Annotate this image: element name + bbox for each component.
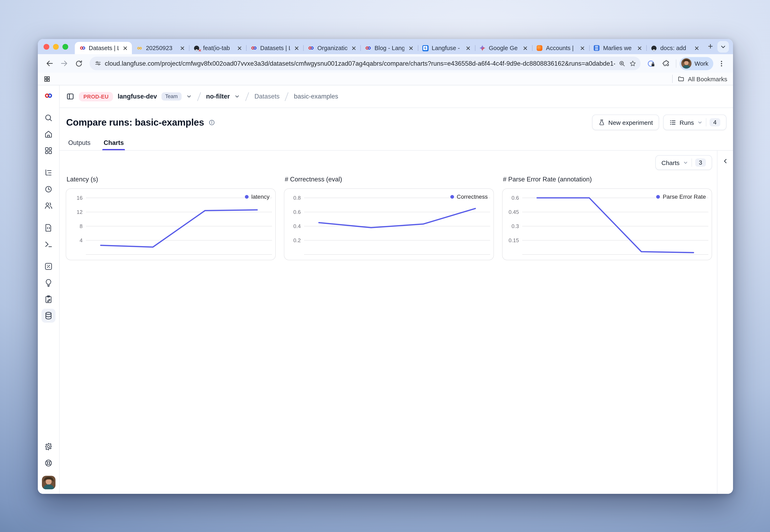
langfuse-icon	[79, 45, 86, 52]
org-plan-badge: Team	[161, 92, 181, 101]
back-button[interactable]	[43, 57, 56, 70]
folder-icon	[678, 75, 685, 82]
browser-tab[interactable]: ✕feat(io-tab✕	[189, 42, 246, 54]
reload-button[interactable]	[72, 57, 85, 70]
browser-tab[interactable]: docs: add✕	[646, 42, 703, 54]
tab-close-icon[interactable]: ✕	[693, 45, 701, 52]
sidebar-item-annotation[interactable]	[41, 292, 55, 306]
chart-correctness: # Correctness (eval) 0.20.40.60.8 Correc…	[284, 176, 494, 260]
sidebar-item-sessions[interactable]	[41, 182, 55, 196]
apps-grid-icon[interactable]	[44, 75, 50, 82]
tab-close-icon[interactable]: ✕	[407, 45, 415, 52]
sidebar-item-settings[interactable]	[41, 440, 55, 454]
browser-tab[interactable]: Datasets | L✕	[246, 42, 304, 54]
panel-left-toggle-icon[interactable]	[66, 92, 74, 101]
legend-dot-icon	[245, 195, 248, 198]
close-window-button[interactable]	[44, 44, 49, 49]
chevron-down-icon[interactable]	[186, 94, 192, 99]
tab-close-icon[interactable]: ✕	[579, 45, 586, 52]
tab-close-icon[interactable]: ✕	[236, 45, 243, 52]
docs-icon	[593, 45, 600, 52]
flask-icon	[598, 119, 605, 126]
chart-card[interactable]: 0.20.40.60.8 Correctness	[284, 188, 494, 260]
tab-close-icon[interactable]: ✕	[636, 45, 644, 52]
collapse-panel-icon[interactable]	[722, 158, 728, 164]
zoom-level-icon[interactable]	[619, 60, 626, 67]
tab-list: Datasets | L✕∞20250923✕✕feat(io-tab✕Data…	[75, 39, 703, 54]
sidebar-item-playground[interactable]	[41, 237, 55, 251]
breadcrumb: PROD-EU langfuse-dev Team no-filter Data…	[60, 85, 733, 108]
url-text[interactable]: cloud.langfuse.com/project/cmfwgv8fx002o…	[105, 60, 615, 67]
all-bookmarks-button[interactable]: All Bookmarks	[671, 75, 727, 83]
chart-card[interactable]: 0.150.30.450.6 Parse Error Rate	[502, 188, 712, 260]
sidebar-item-tracing[interactable]	[41, 166, 55, 180]
chart-card[interactable]: 481216 latency	[66, 188, 276, 260]
site-settings-icon[interactable]	[94, 60, 101, 67]
new-tab-button[interactable]: +	[705, 41, 716, 52]
browser-tab[interactable]: Organizatio✕	[304, 42, 361, 54]
browser-tab[interactable]: Accounts |✕	[532, 42, 589, 54]
extensions-button[interactable]	[660, 57, 673, 70]
page-tabs: Outputs Charts	[60, 137, 733, 151]
profile-chip[interactable]: Work	[680, 57, 713, 70]
sidebar-item-users[interactable]	[41, 199, 55, 213]
tab-close-icon[interactable]: ✕	[121, 45, 129, 52]
org-name[interactable]: langfuse-dev	[118, 93, 157, 100]
browser-tab[interactable]: Datasets | L✕	[75, 42, 132, 54]
browser-tab[interactable]: Marlies we✕	[589, 42, 646, 54]
forward-button[interactable]	[57, 57, 71, 70]
sidebar-item-home[interactable]	[41, 127, 55, 141]
sidebar-item-dashboards[interactable]	[41, 144, 55, 158]
browser-tab[interactable]: Google Ge✕	[475, 42, 532, 54]
colab-icon: ∞	[136, 45, 143, 52]
project-name[interactable]: no-filter	[206, 93, 230, 100]
chevron-down-icon[interactable]	[234, 94, 240, 99]
sidebar-item-datasets[interactable]	[41, 309, 55, 323]
runs-dropdown-button[interactable]: Runs 4	[663, 115, 726, 130]
password-manager-button[interactable]	[645, 57, 658, 70]
tab-close-icon[interactable]: ✕	[350, 45, 358, 52]
charts-dropdown-button[interactable]: Charts 3	[655, 155, 712, 170]
tab-close-icon[interactable]: ✕	[293, 45, 301, 52]
browser-menu-button[interactable]	[715, 57, 728, 70]
browser-tab[interactable]: 6Langfuse -✕	[418, 42, 475, 54]
sidebar-item-evaluators[interactable]	[41, 259, 55, 273]
legend-label: latency	[251, 193, 270, 200]
sidebar-item-prompts[interactable]	[41, 221, 55, 235]
svg-text:0.4: 0.4	[293, 223, 301, 229]
breadcrumb-section[interactable]: Datasets	[254, 93, 279, 100]
svg-text:8: 8	[80, 223, 83, 229]
tab-close-icon[interactable]: ✕	[464, 45, 472, 52]
tab-close-icon[interactable]: ✕	[521, 45, 529, 52]
tab-search-button[interactable]	[717, 41, 729, 52]
tab-label: Datasets | L	[260, 45, 290, 51]
chart-title: # Correctness (eval)	[285, 176, 494, 183]
minimize-window-button[interactable]	[53, 44, 59, 49]
calendar-icon: 6	[422, 45, 429, 52]
sidebar-item-support[interactable]	[41, 456, 55, 470]
tab-charts[interactable]: Charts	[102, 139, 125, 150]
new-experiment-button[interactable]: New experiment	[592, 115, 659, 130]
back-arrow-icon	[45, 59, 54, 68]
address-bar[interactable]: cloud.langfuse.com/project/cmfwgv8fx002o…	[89, 57, 641, 70]
user-avatar[interactable]	[42, 476, 55, 489]
info-icon[interactable]	[208, 119, 215, 126]
charts-row: Latency (s) 481216 latency	[66, 176, 712, 260]
svg-text:0.45: 0.45	[508, 209, 519, 215]
browser-tab[interactable]: Blog - Lang✕	[361, 42, 418, 54]
legend-dot-icon	[450, 195, 454, 198]
accounts-icon	[536, 45, 543, 52]
browser-tab[interactable]: ∞20250923✕	[132, 42, 189, 54]
zoom-window-button[interactable]	[62, 44, 68, 49]
line-chart: 481216	[66, 189, 275, 260]
bookmark-star-icon[interactable]	[629, 60, 637, 67]
button-divider	[692, 158, 692, 167]
sidebar-item-search[interactable]	[41, 111, 55, 125]
tab-label: docs: add	[660, 45, 690, 51]
tab-close-icon[interactable]: ✕	[178, 45, 186, 52]
tab-outputs[interactable]: Outputs	[67, 139, 92, 150]
new-experiment-label: New experiment	[608, 119, 653, 126]
breadcrumb-item[interactable]: basic-examples	[294, 93, 338, 100]
sidebar-item-insights[interactable]	[41, 276, 55, 290]
app-sidebar	[38, 85, 60, 494]
